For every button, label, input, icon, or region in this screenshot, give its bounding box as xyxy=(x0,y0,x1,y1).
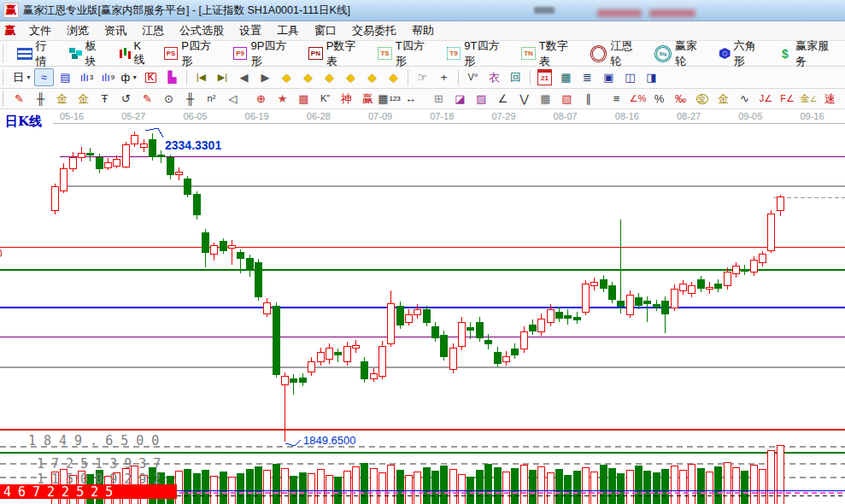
window-grid-icon[interactable]: ⊞ xyxy=(429,90,449,108)
9p-square-button[interactable]: P99P四方形 xyxy=(227,41,302,66)
spiral-tool-icon[interactable]: ↺ xyxy=(116,90,136,108)
9t-square-button[interactable]: T99T四方形 xyxy=(441,41,516,66)
gann-star-icon[interactable]: ★ xyxy=(273,90,292,108)
calendar-21-icon[interactable]: 21 xyxy=(535,68,555,86)
page-next-icon[interactable]: ▶ xyxy=(255,68,275,86)
maze-icon[interactable]: 回 xyxy=(506,68,525,86)
ying-line-icon[interactable]: 赢 xyxy=(842,90,845,108)
winner-wheel-button[interactable]: Big赢家轮 xyxy=(648,41,713,66)
save-floppy-icon[interactable]: ▣ xyxy=(599,68,619,86)
crosshair-icon[interactable]: + xyxy=(434,68,454,86)
region-wave-icon[interactable]: ≈ xyxy=(34,68,54,86)
measure-width-icon[interactable]: ↔ xyxy=(401,90,420,108)
watermark-blur-2 xyxy=(649,9,695,17)
minute-3-chart-icon[interactable]: ılı3 xyxy=(77,68,97,86)
levels-icon[interactable]: ≡ xyxy=(607,90,626,108)
hexagon-button[interactable]: ⬡六角形 xyxy=(713,41,772,66)
gold-angle-icon[interactable]: 金∠ xyxy=(799,90,819,108)
p-square-button[interactable]: PSP四方形 xyxy=(158,41,227,66)
k-tool-icon[interactable]: K″ xyxy=(315,90,335,108)
period-day-dropdown[interactable]: 日▼ xyxy=(12,68,32,86)
app-logo-icon: 赢 xyxy=(3,3,19,18)
time-circle-icon[interactable]: ⊙ xyxy=(159,90,179,108)
trend-angle-icon[interactable]: ∠ xyxy=(493,90,513,108)
notepad-icon[interactable]: ≣ xyxy=(578,68,597,86)
gann-clothes-icon[interactable]: 衣 xyxy=(484,68,504,86)
square-number-icon[interactable]: n² xyxy=(202,90,221,108)
winner-service-button[interactable]: $赢家服务 xyxy=(772,41,845,66)
zigzag-icon[interactable]: ⋁ xyxy=(514,90,534,108)
quotes-button[interactable]: 行情 xyxy=(11,41,63,66)
remote-pc-icon[interactable]: ◨ xyxy=(642,68,661,86)
quotes-button-label: 行情 xyxy=(36,38,57,69)
grid-dense-icon[interactable]: ▦ xyxy=(536,90,555,108)
candle-style-dropdown[interactable]: ф▼ xyxy=(120,68,139,86)
fan-box-icon[interactable]: ◪ xyxy=(450,90,470,108)
t-number-table-button[interactable]: TNT数字表 xyxy=(515,41,584,66)
grid-diag-icon[interactable]: ▧ xyxy=(557,90,577,108)
jump-first-icon[interactable]: |◀ xyxy=(191,68,211,86)
toolbar-grip[interactable] xyxy=(3,44,7,62)
zoom-diamond-4-icon[interactable]: ◆ xyxy=(341,68,361,86)
wave-tool-icon[interactable]: ∿ xyxy=(735,90,754,108)
gann-grid-icon[interactable]: ▩ xyxy=(294,90,314,108)
j-angle-icon[interactable]: J∠ xyxy=(756,90,776,108)
zoom-diamond-1-icon[interactable]: ◆ xyxy=(277,68,296,86)
gold-circle-icon[interactable]: 金 xyxy=(692,90,712,108)
ruler-grid-icon[interactable]: ╫ xyxy=(31,90,50,108)
kline-settings-icon[interactable]: K xyxy=(141,68,161,86)
pan-hand-icon[interactable]: ☞ xyxy=(413,68,432,86)
toolbar-separator xyxy=(408,70,408,85)
ruler-2-icon[interactable]: ╫ xyxy=(180,90,200,108)
f-angle-icon[interactable]: F∠ xyxy=(778,90,797,108)
pane-label: 日K线 xyxy=(5,114,42,130)
draw-brush-icon[interactable]: ✎ xyxy=(9,90,29,108)
zoom-diamond-6-icon[interactable]: ◆ xyxy=(384,68,403,86)
zoom-diamond-5-icon[interactable]: ◆ xyxy=(362,68,382,86)
percent-icon[interactable]: % xyxy=(649,90,669,108)
kline-chart-area[interactable]: 日K线 05-1605-2706-0506-1906-2807-0907-180… xyxy=(0,109,845,504)
sectors-button-icon xyxy=(69,48,82,59)
speed-line-icon[interactable]: 速 xyxy=(820,90,840,108)
parallel-lines-icon[interactable]: ∥ xyxy=(578,90,598,108)
gann-wheel-button[interactable]: 江恩轮 xyxy=(584,41,649,66)
permille-icon[interactable]: ‰ xyxy=(671,90,690,108)
toolbar-grip[interactable] xyxy=(3,70,7,85)
menu-江恩[interactable]: 江恩 xyxy=(134,21,172,40)
golden-section-h-icon[interactable]: 金 xyxy=(73,90,93,108)
ying-tool-icon[interactable]: 赢 xyxy=(358,90,378,108)
kline-button-label: K线 xyxy=(134,39,152,67)
calculator-icon[interactable]: ▦ xyxy=(556,68,576,86)
export-data-icon[interactable]: ◫ xyxy=(620,68,640,86)
page-prev-icon[interactable]: ◀ xyxy=(234,68,254,86)
zoom-diamond-2-icon[interactable]: ◆ xyxy=(298,68,318,86)
title-bar: 赢 赢家江恩专业版[赢家内部服务平台] - [上证指数 SH1A0001-111… xyxy=(0,0,845,21)
winner-wheel-button-icon: Big xyxy=(654,45,672,62)
minute-9-chart-icon[interactable]: ılı9 xyxy=(98,68,118,86)
kline-button[interactable]: K线 xyxy=(113,41,158,66)
angle-measure-icon[interactable]: V° xyxy=(463,68,483,86)
brush-candle-icon[interactable]: ✎ xyxy=(138,90,157,108)
fan-grid-icon[interactable]: ▨ xyxy=(472,90,491,108)
info-panel-icon[interactable]: ▤ xyxy=(56,68,75,86)
9p-square-button-icon: P9 xyxy=(233,47,248,60)
p-number-table-button[interactable]: PNP数字表 xyxy=(302,41,372,66)
shen-tool-icon[interactable]: 神 xyxy=(337,90,356,108)
sectors-button[interactable]: 板块 xyxy=(63,41,113,66)
gann-wheel-button-icon xyxy=(590,45,607,62)
zoom-diamond-3-icon[interactable]: ◆ xyxy=(320,68,339,86)
angle-fan-icon[interactable]: ◁ xyxy=(223,90,243,108)
toolbar-grip[interactable] xyxy=(3,91,4,105)
gann-wheel-button-label: 江恩轮 xyxy=(610,38,643,69)
percent-angle-icon[interactable]: ∠% xyxy=(628,90,648,108)
gann-compass-icon[interactable]: ⊕ xyxy=(251,90,271,108)
jump-last-icon[interactable]: ▶| xyxy=(213,68,232,86)
t-square-button[interactable]: TST四方形 xyxy=(372,41,440,66)
date-tick-07-29: 07-29 xyxy=(491,111,515,121)
f-tool-icon[interactable]: Ŧ xyxy=(95,90,114,108)
gold-levels-icon[interactable]: 金 xyxy=(713,90,733,108)
winner-wheel-button-label: 赢家轮 xyxy=(675,38,707,69)
golden-section-v-icon[interactable]: 金 xyxy=(52,90,72,108)
volume-histogram-icon[interactable]: ▙ xyxy=(162,68,182,86)
grid-123-icon[interactable]: ▦123 xyxy=(379,90,399,108)
